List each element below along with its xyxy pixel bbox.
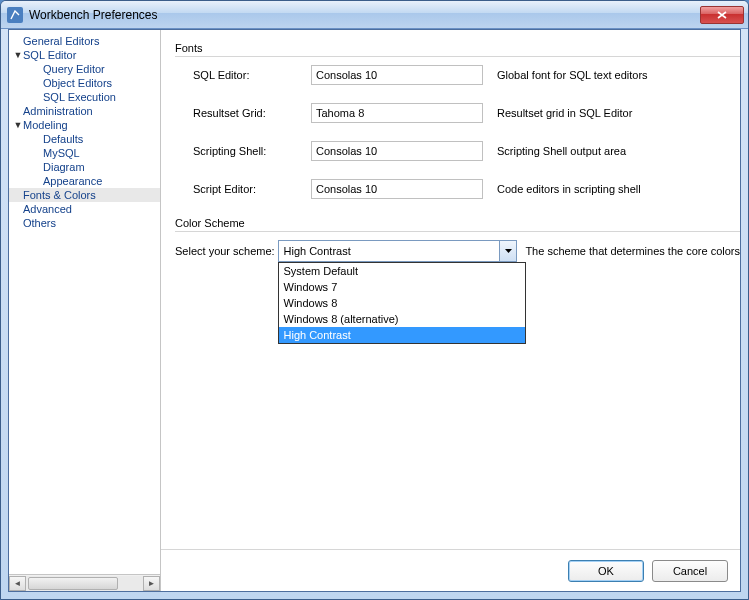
font-label: Resultset Grid:	[193, 107, 311, 119]
disclosure-triangle-icon[interactable]: ▼	[13, 50, 23, 60]
titlebar[interactable]: Workbench Preferences	[1, 1, 748, 29]
tree-item-appearance[interactable]: Appearance	[9, 174, 160, 188]
tree-item-label: Modeling	[23, 119, 68, 131]
tree-item-object-editors[interactable]: Object Editors	[9, 76, 160, 90]
combo-dropdown-button[interactable]	[499, 241, 516, 261]
tree-item-advanced[interactable]: Advanced	[9, 202, 160, 216]
scheme-desc: The scheme that determines the core colo…	[525, 245, 740, 257]
font-input[interactable]	[311, 65, 483, 85]
cancel-button[interactable]: Cancel	[652, 560, 728, 582]
disclosure-triangle-icon[interactable]: ▼	[13, 120, 23, 130]
font-input[interactable]	[311, 141, 483, 161]
font-label: Script Editor:	[193, 183, 311, 195]
tree-item-label: MySQL	[43, 147, 80, 159]
tree-item-label: Administration	[23, 105, 93, 117]
tree-item-sql-editor[interactable]: ▼SQL Editor	[9, 48, 160, 62]
tree-item-mysql[interactable]: MySQL	[9, 146, 160, 160]
tree-item-label: Others	[23, 217, 56, 229]
tree-item-general-editors[interactable]: General Editors	[9, 34, 160, 48]
sidebar-horizontal-scrollbar[interactable]: ◄ ►	[9, 574, 160, 591]
font-desc: Resultset grid in SQL Editor	[497, 107, 632, 119]
fonts-group-label: Fonts	[175, 42, 740, 56]
font-label: SQL Editor:	[193, 69, 311, 81]
client-area: General Editors▼SQL EditorQuery EditorOb…	[8, 29, 741, 592]
font-desc: Scripting Shell output area	[497, 145, 626, 157]
scheme-label: Select your scheme:	[175, 245, 278, 257]
scheme-option[interactable]: System Default	[279, 263, 525, 279]
scheme-option[interactable]: Windows 8 (alternative)	[279, 311, 525, 327]
tree-item-administration[interactable]: Administration	[9, 104, 160, 118]
font-desc: Code editors in scripting shell	[497, 183, 641, 195]
close-button[interactable]	[700, 6, 744, 24]
tree-item-label: SQL Editor	[23, 49, 76, 61]
tree-item-others[interactable]: Others	[9, 216, 160, 230]
scheme-value: High Contrast	[279, 245, 500, 257]
scheme-combobox[interactable]: High Contrast System DefaultWindows 7Win…	[278, 240, 518, 262]
scheme-dropdown-list[interactable]: System DefaultWindows 7Windows 8Windows …	[278, 262, 526, 344]
font-row: SQL Editor:Global font for SQL text edit…	[193, 65, 740, 85]
tree-item-defaults[interactable]: Defaults	[9, 132, 160, 146]
ok-button[interactable]: OK	[568, 560, 644, 582]
scroll-left-button[interactable]: ◄	[9, 576, 26, 591]
preferences-area: Fonts SQL Editor:Global font for SQL tex…	[175, 42, 740, 543]
scroll-right-button[interactable]: ►	[143, 576, 160, 591]
font-desc: Global font for SQL text editors	[497, 69, 648, 81]
tree-item-label: Object Editors	[43, 77, 112, 89]
scheme-option[interactable]: High Contrast	[279, 327, 525, 343]
tree-item-label: Defaults	[43, 133, 83, 145]
sidebar: General Editors▼SQL EditorQuery EditorOb…	[9, 30, 161, 591]
tree-item-label: Fonts & Colors	[23, 189, 96, 201]
font-row: Scripting Shell:Scripting Shell output a…	[193, 141, 740, 161]
font-row: Resultset Grid:Resultset grid in SQL Edi…	[193, 103, 740, 123]
tree-item-label: Advanced	[23, 203, 72, 215]
tree-item-label: Diagram	[43, 161, 85, 173]
font-input[interactable]	[311, 103, 483, 123]
font-input[interactable]	[311, 179, 483, 199]
tree-item-label: SQL Execution	[43, 91, 116, 103]
scheme-option[interactable]: Windows 7	[279, 279, 525, 295]
app-icon	[7, 7, 23, 23]
scheme-row: Select your scheme: High Contrast System…	[175, 240, 740, 262]
color-scheme-group-label: Color Scheme	[175, 217, 740, 231]
tree-item-fonts-colors[interactable]: Fonts & Colors	[9, 188, 160, 202]
window-title: Workbench Preferences	[29, 8, 700, 22]
tree-item-query-editor[interactable]: Query Editor	[9, 62, 160, 76]
tree-item-sql-execution[interactable]: SQL Execution	[9, 90, 160, 104]
category-tree[interactable]: General Editors▼SQL EditorQuery EditorOb…	[9, 30, 160, 574]
scroll-track[interactable]	[26, 576, 143, 591]
tree-item-diagram[interactable]: Diagram	[9, 160, 160, 174]
button-bar: OK Cancel	[161, 549, 740, 591]
color-scheme-divider	[175, 231, 740, 232]
tree-item-modeling[interactable]: ▼Modeling	[9, 118, 160, 132]
fonts-divider	[175, 56, 740, 57]
scheme-option[interactable]: Windows 8	[279, 295, 525, 311]
tree-item-label: General Editors	[23, 35, 99, 47]
tree-item-label: Appearance	[43, 175, 102, 187]
tree-item-label: Query Editor	[43, 63, 105, 75]
font-row: Script Editor:Code editors in scripting …	[193, 179, 740, 199]
scroll-thumb[interactable]	[28, 577, 118, 590]
font-label: Scripting Shell:	[193, 145, 311, 157]
main-panel: Fonts SQL Editor:Global font for SQL tex…	[161, 30, 740, 591]
window: Workbench Preferences General Editors▼SQ…	[0, 0, 749, 600]
